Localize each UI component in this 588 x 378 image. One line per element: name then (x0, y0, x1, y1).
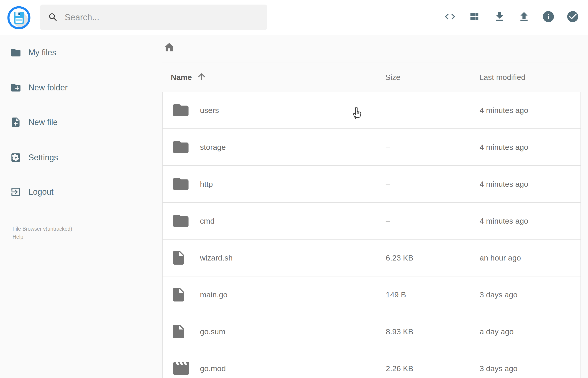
help-link[interactable]: Help (13, 233, 72, 241)
sidebar-item-new-folder[interactable]: New folder (0, 77, 144, 98)
file-browser-app: My files New folder New file Settings Lo… (0, 0, 588, 378)
sidebar-credits: File Browser v(untracked) Help (13, 225, 72, 241)
file-modified: an hour ago (480, 254, 521, 262)
file-name: go.mod (200, 364, 226, 373)
file-icon (173, 288, 184, 301)
sidebar-divider (0, 140, 144, 140)
movie-icon (173, 362, 189, 375)
info-button[interactable] (540, 9, 556, 25)
search-bar (40, 5, 267, 30)
column-header-size[interactable]: Size (385, 73, 400, 82)
file-name: storage (200, 143, 226, 152)
download-button[interactable] (492, 9, 508, 25)
search-input[interactable] (65, 13, 251, 22)
home-icon (163, 41, 175, 53)
file-name: main.go (200, 290, 227, 299)
column-header-modified[interactable]: Last modified (479, 73, 525, 82)
sidebar-item-my-files[interactable]: My files (0, 42, 144, 63)
sidebar-item-logout[interactable]: Logout (0, 182, 144, 202)
switch-view-button[interactable] (466, 9, 482, 25)
file-size: 149 B (386, 290, 406, 299)
folder-icon (173, 178, 188, 190)
file-size: 6.23 KB (386, 254, 413, 262)
code-icon (444, 11, 456, 23)
top-bar (0, 0, 588, 35)
sidebar-item-new-file[interactable]: New file (0, 112, 144, 133)
check-circle-icon (566, 10, 579, 23)
breadcrumb-home-button[interactable] (163, 41, 175, 54)
sidebar-item-label: New file (28, 118, 58, 127)
file-name: wizard.sh (200, 254, 233, 262)
upload-icon (518, 11, 530, 23)
folder-icon (10, 47, 21, 58)
folder-icon (173, 141, 188, 153)
search-icon (48, 12, 58, 23)
file-size: – (386, 143, 390, 152)
file-modified: 4 minutes ago (480, 106, 528, 115)
file-size: – (386, 106, 390, 115)
file-icon (173, 325, 184, 338)
table-row[interactable]: cmd – 4 minutes ago (162, 202, 581, 239)
floppy-logo-icon (7, 6, 31, 30)
sort-ascending-icon[interactable] (196, 71, 207, 83)
sidebar-item-label: New folder (28, 83, 68, 93)
file-name: cmd (200, 216, 214, 225)
new-file-icon (10, 117, 21, 128)
app-version-label: File Browser v(untracked) (13, 225, 72, 233)
file-modified: 3 days ago (480, 290, 517, 299)
file-name: users (200, 106, 219, 115)
file-name: http (200, 180, 213, 189)
grid-view-icon (468, 11, 480, 23)
select-multiple-button[interactable] (565, 9, 581, 25)
new-folder-icon (10, 82, 21, 93)
upload-button[interactable] (516, 9, 532, 25)
folder-icon (173, 104, 188, 116)
table-row[interactable]: main.go 149 B 3 days ago (162, 276, 581, 313)
column-header-name[interactable]: Name (171, 73, 192, 82)
settings-icon (10, 152, 21, 163)
table-row[interactable]: users – 4 minutes ago (162, 92, 581, 129)
file-modified: 4 minutes ago (480, 143, 528, 152)
sidebar-item-settings[interactable]: Settings (0, 147, 144, 168)
sidebar-item-label: My files (28, 48, 56, 57)
file-listing: users – 4 minutes ago storage – 4 minute… (162, 92, 581, 378)
divider (162, 62, 581, 62)
table-row[interactable]: wizard.sh 6.23 KB an hour ago (162, 239, 581, 276)
file-modified: a day ago (480, 327, 514, 336)
file-modified: 3 days ago (480, 364, 517, 373)
folder-icon (173, 215, 188, 227)
table-row[interactable]: http – 4 minutes ago (162, 165, 581, 202)
sidebar-item-label: Settings (28, 153, 58, 162)
app-logo[interactable] (7, 6, 31, 30)
table-row[interactable]: storage – 4 minutes ago (162, 129, 581, 165)
file-modified: 4 minutes ago (480, 180, 528, 189)
file-icon (173, 251, 184, 265)
file-size: – (386, 216, 390, 225)
table-row[interactable]: go.sum 8.93 KB a day ago (162, 313, 581, 350)
toggle-shell-button[interactable] (442, 9, 458, 25)
file-size: 8.93 KB (386, 327, 413, 336)
download-icon (494, 11, 506, 23)
file-size: – (386, 180, 390, 189)
logout-icon (10, 186, 21, 198)
file-modified: 4 minutes ago (480, 216, 528, 225)
table-row[interactable]: go.mod 2.26 KB 3 days ago (162, 350, 581, 378)
info-icon (542, 10, 555, 23)
file-name: go.sum (200, 327, 226, 336)
file-size: 2.26 KB (386, 364, 413, 373)
sidebar-item-label: Logout (28, 187, 53, 197)
